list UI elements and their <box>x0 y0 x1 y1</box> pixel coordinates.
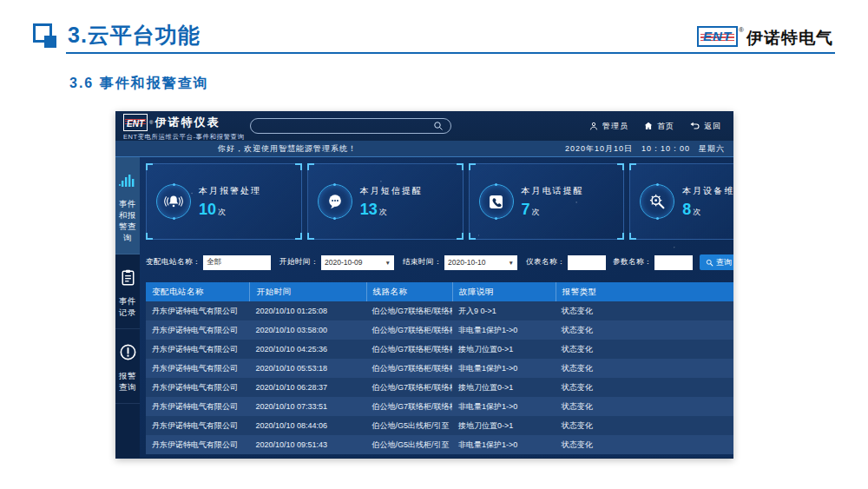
table-cell: 2020/10/10 08:44:06 <box>249 421 365 430</box>
user-icon <box>589 121 599 131</box>
sidebar-item-event-record[interactable]: 事件记录 <box>115 254 140 329</box>
user-menu[interactable]: 管理员 <box>589 121 628 132</box>
bar-chart-icon <box>117 170 138 193</box>
datetime-text: 2020年10月10日 10：10：00 星期六 <box>565 143 725 155</box>
table-cell: 2020/10/10 09:51:43 <box>249 440 365 449</box>
return-arrow-icon <box>689 122 700 131</box>
table-cell: 伯公地/G7联络柜/联络柜 <box>366 306 452 317</box>
table-cell: 2020/10/10 04:25:36 <box>249 345 365 354</box>
table-cell: 2020/10/10 03:58:00 <box>249 326 365 334</box>
table-cell: 接地刀位置0->1 <box>452 344 556 355</box>
table-row[interactable]: 丹东伊诺特电气有限公司2020/10/10 07:33:51伯公地/G7联络柜/… <box>146 397 733 416</box>
table-cell: 接地刀位置0->1 <box>452 420 556 432</box>
repair-icon <box>640 184 674 219</box>
sidebar: 事件和报警查询事件记录报警查询 <box>115 157 140 458</box>
sidebar-item-event-alarm-query[interactable]: 事件和报警查询 <box>115 157 140 254</box>
table-row[interactable]: 丹东伊诺特电气有限公司2020/10/10 04:25:36伯公地/G7联络柜/… <box>146 340 733 359</box>
station-filter-label: 变配电站名称： <box>146 257 201 268</box>
table-cell: 伯公地/G7联络柜/联络柜 <box>366 401 452 413</box>
table-cell: 丹东伊诺特电气有限公司 <box>146 344 249 355</box>
table-cell: 丹东伊诺特电气有限公司 <box>146 439 249 451</box>
stat-card-label: 本月电话提醒 <box>522 185 584 197</box>
column-header: 线路名称 <box>366 282 452 301</box>
app-header: ENT ® 伊诺特仪表 ENT变电所运维云平台-事件和报警查询 管理员 <box>115 111 733 141</box>
table-row[interactable]: 丹东伊诺特电气有限公司2020/10/10 01:25:08伯公地/G7联络柜/… <box>146 301 733 320</box>
table-cell: 丹东伊诺特电气有限公司 <box>146 401 249 413</box>
stat-card-value: 13 <box>360 201 378 218</box>
sidebar-item-alarm-query[interactable]: 报警查询 <box>115 329 140 404</box>
meter-name-input[interactable] <box>568 255 606 270</box>
stat-card-label: 本月短信提醒 <box>360 185 423 197</box>
table-row[interactable]: 丹东伊诺特电气有限公司2020/10/10 03:58:00伯公地/G7联络柜/… <box>146 320 733 340</box>
table-cell: 状态变化 <box>556 306 733 317</box>
table-cell: 非电量1保护1->0 <box>452 439 556 451</box>
app-ent-logo-box: ENT <box>123 114 148 131</box>
stat-card-phone-alerts: 本月电话提醒7次 <box>469 163 625 240</box>
phone-icon <box>479 184 514 219</box>
slide: 3.云平台功能 ENT ® 伊诺特电气 3.6 事件和报警查询 ENT ® 伊诺… <box>0 0 868 489</box>
table-cell: 2020/10/10 05:53:18 <box>249 364 365 373</box>
table-cell: 伯公地/G7联络柜/联络柜 <box>366 325 452 336</box>
column-header: 故障说明 <box>452 282 556 301</box>
stat-card-value: 10 <box>199 201 216 218</box>
table-row[interactable]: 丹东伊诺特电气有限公司2020/10/10 06:28:37伯公地/G7联络柜/… <box>146 378 733 397</box>
column-header: 变配电站名称 <box>146 282 249 301</box>
table-cell: 状态变化 <box>556 420 733 432</box>
info-bar: 你好，欢迎使用智慧能源管理系统！ 2020年10月10日 10：10：00 星期… <box>115 141 733 157</box>
stat-card-device-repairs: 本月设备维修8次 <box>629 163 733 240</box>
table-cell: 非电量1保护1->0 <box>452 325 556 336</box>
table-cell: 伯公地/G7联络柜/联络柜 <box>366 382 452 393</box>
stat-cards-row: 本月报警处理10次本月短信提醒13次本月电话提醒7次本月设备维修8次 <box>146 163 733 240</box>
table-cell: 丹东伊诺特电气有限公司 <box>146 306 249 317</box>
sidebar-item-label: 报警查询 <box>117 371 138 393</box>
table-cell: 丹东伊诺特电气有限公司 <box>146 382 249 393</box>
back-button[interactable]: 返回 <box>689 121 721 132</box>
company-name: 伊诺特电气 <box>746 27 833 50</box>
param-name-label: 参数名称： <box>613 257 652 268</box>
param-name-input[interactable] <box>654 255 693 270</box>
table-cell: 非电量1保护1->0 <box>452 363 556 374</box>
dashboard-screenshot: ENT ® 伊诺特仪表 ENT变电所运维云平台-事件和报警查询 管理员 <box>115 111 733 459</box>
query-button[interactable]: 查询 <box>700 254 733 270</box>
registered-mark: ® <box>739 26 744 34</box>
search-input[interactable] <box>251 122 433 131</box>
table-row[interactable]: 丹东伊诺特电气有限公司2020/10/10 05:53:18伯公地/G7联络柜/… <box>146 359 733 378</box>
stat-card-unit: 次 <box>218 208 226 216</box>
table-cell: 状态变化 <box>556 382 733 393</box>
table-cell: 状态变化 <box>556 439 733 451</box>
app-registered-mark: ® <box>149 120 153 125</box>
table-cell: 伯公地/G7联络柜/联络柜 <box>366 363 452 374</box>
table-cell: 伯公地/G5出线柜/引至 <box>366 439 452 451</box>
sidebar-item-label: 事件和报警查询 <box>117 199 138 244</box>
table-cell: 状态变化 <box>556 363 733 374</box>
title-underline <box>66 52 835 54</box>
start-date-select[interactable]: 2020-10-09 ▼ <box>321 255 394 270</box>
end-date-select[interactable]: 2020-10-10 ▼ <box>444 255 517 270</box>
alarm-table: 变配电站名称开始时间线路名称故障说明报警类型 丹东伊诺特电气有限公司2020/1… <box>146 282 733 454</box>
search-icon[interactable] <box>433 121 444 131</box>
table-row[interactable]: 丹东伊诺特电气有限公司2020/10/10 09:51:43伯公地/G5出线柜/… <box>146 435 733 454</box>
clipboard-icon <box>117 268 138 290</box>
table-cell: 丹东伊诺特电气有限公司 <box>146 420 249 432</box>
stat-card-value: 8 <box>682 201 691 218</box>
app-logo: ENT ® 伊诺特仪表 ENT变电所运维云平台-事件和报警查询 <box>123 114 245 142</box>
table-cell: 开入9 0->1 <box>452 306 556 317</box>
main-panel: 本月报警处理10次本月短信提醒13次本月电话提醒7次本月设备维修8次 变配电站名… <box>140 157 733 458</box>
chevron-down-icon: ▼ <box>385 260 391 266</box>
home-icon <box>643 121 654 131</box>
station-filter-input[interactable] <box>203 255 271 270</box>
column-header: 报警类型 <box>556 282 733 301</box>
search-bar[interactable] <box>250 118 451 134</box>
chevron-down-icon: ▼ <box>509 260 514 266</box>
table-cell: 2020/10/10 06:28:37 <box>249 383 365 392</box>
app-subtitle: ENT变电所运维云平台-事件和报警查询 <box>123 133 245 142</box>
table-cell: 丹东伊诺特电气有限公司 <box>146 363 249 374</box>
header-actions: 管理员 首页 返回 <box>589 111 721 141</box>
sidebar-item-label: 事件记录 <box>117 296 138 319</box>
table-body: 丹东伊诺特电气有限公司2020/10/10 01:25:08伯公地/G7联络柜/… <box>146 301 733 454</box>
filter-bar: 变配电站名称： 开始时间： 2020-10-09 ▼ 结束时间： 2020-10… <box>146 254 733 271</box>
welcome-text: 你好，欢迎使用智慧能源管理系统！ <box>218 143 357 155</box>
home-button[interactable]: 首页 <box>643 121 674 132</box>
table-row[interactable]: 丹东伊诺特电气有限公司2020/10/10 08:44:06伯公地/G5出线柜/… <box>146 416 733 435</box>
table-cell: 2020/10/10 01:25:08 <box>249 307 365 315</box>
